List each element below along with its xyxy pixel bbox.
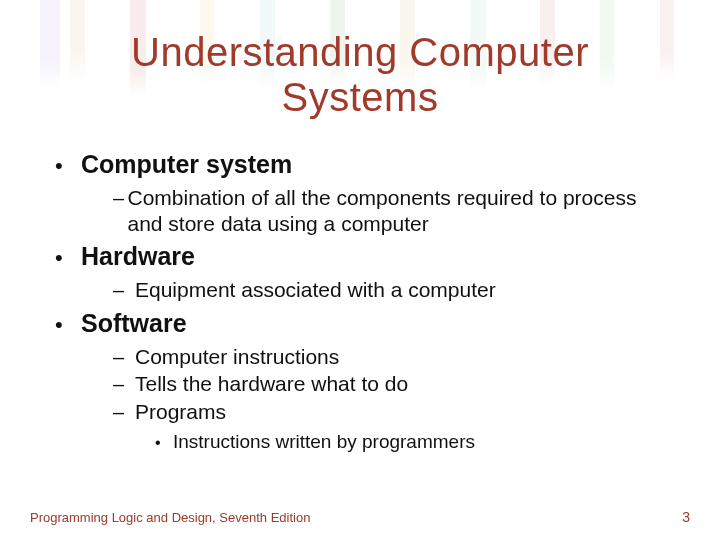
sub-text: Programs (135, 399, 226, 425)
bullet-header: • Computer system (55, 150, 665, 179)
sub-item: – Equipment associated with a computer (113, 277, 665, 303)
list-item: • Software – Computer instructions – Tel… (55, 309, 665, 453)
sub-text: Equipment associated with a computer (135, 277, 496, 303)
sub-list: – Combination of all the components requ… (55, 185, 665, 236)
slide-container: Understanding Computer Systems • Compute… (0, 0, 720, 453)
dash-icon: – (113, 187, 127, 210)
sub-list: – Equipment associated with a computer (55, 277, 665, 303)
slide-footer: Programming Logic and Design, Seventh Ed… (30, 509, 690, 525)
dot-icon: • (155, 434, 173, 452)
dash-icon: – (113, 346, 135, 369)
subsub-text: Instructions written by programmers (173, 431, 475, 453)
sub-item: – Computer instructions (113, 344, 665, 370)
bullet-icon: • (55, 153, 81, 179)
bullet-list: • Computer system – Combination of all t… (55, 150, 665, 453)
bullet-header: • Software (55, 309, 665, 338)
subsub-list: • Instructions written by programmers (55, 431, 665, 453)
bullet-icon: • (55, 312, 81, 338)
page-number: 3 (682, 509, 690, 525)
list-item: • Computer system – Combination of all t… (55, 150, 665, 236)
sub-list: – Computer instructions – Tells the hard… (55, 344, 665, 425)
sub-text: Combination of all the components requir… (127, 185, 665, 236)
bullet-header: • Hardware (55, 242, 665, 271)
bullet-label: Computer system (81, 150, 292, 179)
sub-item: – Programs (113, 399, 665, 425)
bullet-label: Software (81, 309, 187, 338)
sub-item: – Combination of all the components requ… (113, 185, 665, 236)
slide-title: Understanding Computer Systems (55, 30, 665, 120)
sub-text: Tells the hardware what to do (135, 371, 408, 397)
dash-icon: – (113, 279, 135, 302)
sub-item: – Tells the hardware what to do (113, 371, 665, 397)
sub-text: Computer instructions (135, 344, 339, 370)
subsub-item: • Instructions written by programmers (155, 431, 665, 453)
footer-source: Programming Logic and Design, Seventh Ed… (30, 510, 310, 525)
dash-icon: – (113, 373, 135, 396)
bullet-icon: • (55, 245, 81, 271)
list-item: • Hardware – Equipment associated with a… (55, 242, 665, 303)
bullet-label: Hardware (81, 242, 195, 271)
dash-icon: – (113, 401, 135, 424)
